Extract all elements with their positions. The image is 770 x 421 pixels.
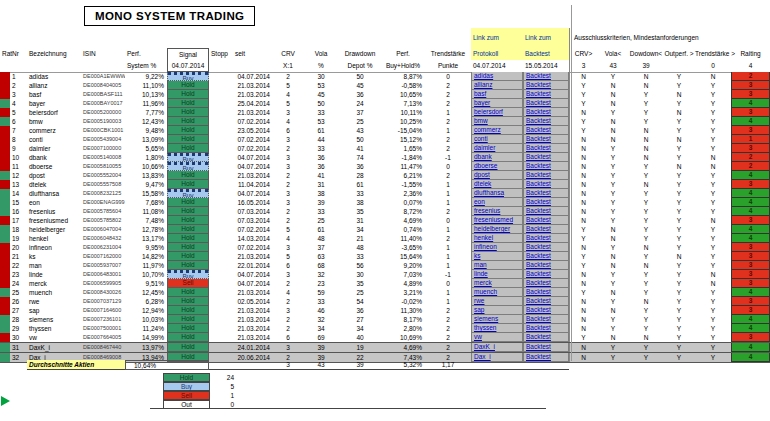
backtest-link[interactable]: Backtest <box>526 117 551 124</box>
row-number: 16 <box>10 207 27 216</box>
isin: DE0008467440 <box>81 343 125 352</box>
protokoll-link[interactable]: henkel <box>474 234 493 241</box>
protokoll-link[interactable]: bmw <box>474 117 488 124</box>
backtest-link[interactable]: Backtest <box>526 333 551 340</box>
backtest-link-cell: Backtest <box>523 189 569 198</box>
crit-drawdown: Y <box>629 288 663 297</box>
rating-value: 4 <box>731 207 770 216</box>
backtest-link[interactable]: Backtest <box>526 270 551 277</box>
backtest-link[interactable]: Backtest <box>526 81 551 88</box>
crit-trend: N <box>695 153 731 162</box>
protokoll-link[interactable]: infineon <box>474 243 497 250</box>
sheet-nav-arrow-icon[interactable] <box>1 396 10 406</box>
protokoll-link[interactable]: man <box>474 261 487 268</box>
col-header-dowdown: Dowdown< <box>629 48 663 60</box>
perf-system: 11,97% <box>125 261 167 270</box>
rating-value: 3 <box>731 90 770 99</box>
backtest-link[interactable]: Backtest <box>526 234 551 241</box>
protokoll-link[interactable]: commerz <box>474 126 501 133</box>
isin: DE0006047004 <box>81 225 125 234</box>
backtest-link[interactable]: Backtest <box>526 198 551 205</box>
backtest-link[interactable]: Backtest <box>526 243 551 250</box>
backtest-link[interactable]: Backtest <box>526 306 551 313</box>
protokoll-link[interactable]: rwe <box>474 297 484 304</box>
col-subheader-39: 39 <box>629 60 663 72</box>
protokoll-link[interactable]: daimler <box>474 144 495 151</box>
protokoll-link[interactable]: fresenius <box>474 207 500 214</box>
stopp-cell <box>209 261 233 270</box>
seit-date: 21.03.2014 <box>233 288 273 297</box>
backtest-link[interactable]: Backtest <box>526 261 551 268</box>
drawdown-value: 30 <box>339 270 381 279</box>
backtest-link[interactable]: Backtest <box>526 180 551 187</box>
protokoll-link[interactable]: siemens <box>474 315 498 322</box>
protokoll-link[interactable]: dpost <box>474 171 490 178</box>
backtest-link[interactable]: Backtest <box>526 297 551 304</box>
backtest-link[interactable]: Backtest <box>526 171 551 178</box>
table-row: 11dboerseDE000581005510,66%Buy04.07.2014… <box>0 162 770 171</box>
signal-cell: Buy <box>167 189 209 198</box>
trend-punkte: 1 <box>425 126 471 135</box>
protokoll-link[interactable]: ks <box>474 252 481 259</box>
backtest-link[interactable]: Backtest <box>526 144 551 151</box>
legend-hold-swatch: Hold <box>163 373 210 382</box>
backtest-link[interactable]: Backtest <box>526 72 551 79</box>
protokoll-link[interactable]: eon <box>474 198 485 205</box>
stopp-cell <box>209 72 233 81</box>
backtest-link[interactable]: Backtest <box>526 353 551 360</box>
backtest-link[interactable]: Backtest <box>526 90 551 97</box>
backtest-link[interactable]: Backtest <box>526 225 551 232</box>
backtest-link[interactable]: Backtest <box>526 315 551 322</box>
table-row: 15eonDE000ENAG9997,68%Hold16.05.20143393… <box>0 198 770 207</box>
protokoll-link[interactable]: muench <box>474 288 497 295</box>
protokoll-link[interactable]: adidas <box>474 72 493 79</box>
backtest-link[interactable]: Backtest <box>526 153 551 160</box>
protokoll-link[interactable]: basf <box>474 90 486 97</box>
backtest-link[interactable]: Backtest <box>526 279 551 286</box>
backtest-link[interactable]: Backtest <box>526 343 551 350</box>
perf-system: 14,99% <box>125 333 167 342</box>
protokoll-link[interactable]: dtelek <box>474 180 491 187</box>
protokoll-link[interactable]: conti <box>474 135 488 142</box>
perf-buyhold: 2,36% <box>381 189 425 198</box>
protokoll-link[interactable]: merck <box>474 279 492 286</box>
backtest-link[interactable]: Backtest <box>526 207 551 214</box>
protokoll-link[interactable]: sap <box>474 306 484 313</box>
backtest-link[interactable]: Backtest <box>526 216 551 223</box>
backtest-link[interactable]: Backtest <box>526 252 551 259</box>
perf-buyhold: 11,30% <box>381 306 425 315</box>
protokoll-link[interactable]: Dax_i <box>474 353 491 360</box>
protokoll-link[interactable]: bayer <box>474 99 490 106</box>
backtest-link[interactable]: Backtest <box>526 99 551 106</box>
protokoll-link[interactable]: DaxK_i <box>474 343 495 350</box>
backtest-link[interactable]: Backtest <box>526 126 551 133</box>
backtest-link[interactable]: Backtest <box>526 189 551 196</box>
protokoll-link[interactable]: dbank <box>474 153 492 160</box>
crv-value: 3 <box>273 198 303 207</box>
backtest-link[interactable]: Backtest <box>526 135 551 142</box>
backtest-link[interactable]: Backtest <box>526 288 551 295</box>
perf-system: 9,51% <box>125 279 167 288</box>
protokoll-link[interactable]: dboerse <box>474 162 498 169</box>
protokoll-link[interactable]: thyssen <box>474 324 496 331</box>
backtest-link[interactable]: Backtest <box>526 108 551 115</box>
seit-date: 07.03.2014 <box>233 216 273 225</box>
backtest-link[interactable]: Backtest <box>526 324 551 331</box>
backtest-link[interactable]: Backtest <box>526 162 551 169</box>
col-header-stopp: Stopp <box>209 48 233 60</box>
header-band-top: Link zum Link zum Ausschlusskriterien, M… <box>0 28 770 48</box>
protokoll-link[interactable]: freseniusmed <box>474 216 513 223</box>
crit-trend: Y <box>695 288 731 297</box>
protokoll-link-cell: allianz <box>471 81 523 90</box>
protokoll-link[interactable]: dlufthansa <box>474 189 504 196</box>
protokoll-link[interactable]: allianz <box>474 81 492 88</box>
protokoll-link[interactable]: linde <box>474 270 488 277</box>
protokoll-link[interactable]: vw <box>474 333 482 340</box>
crv-value: 3 <box>273 270 303 279</box>
backtest-link-cell: Backtest <box>523 171 569 180</box>
isin: DE0005200000 <box>81 108 125 117</box>
protokoll-link[interactable]: beiersdorf <box>474 108 503 115</box>
protokoll-link[interactable]: heidelberger <box>474 225 510 232</box>
seit-date: 21.03.2014 <box>233 333 273 342</box>
drawdown-value: 21 <box>339 234 381 243</box>
